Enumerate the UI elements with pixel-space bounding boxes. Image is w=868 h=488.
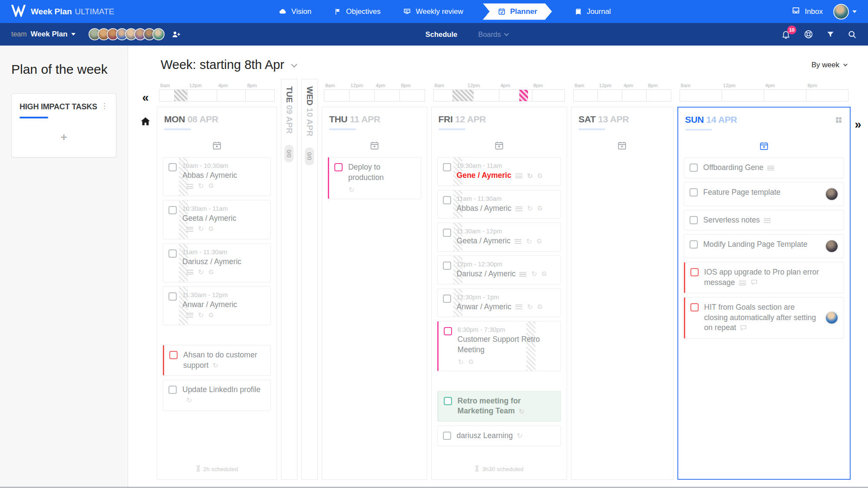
kebab-menu-icon[interactable]: ⋮: [101, 102, 108, 110]
collapsed-day-label: TUE 09 APR: [284, 86, 294, 134]
notifications-button[interactable]: 10: [781, 29, 791, 39]
task-card[interactable]: IOS app upgrade to Pro plan error messag…: [684, 262, 844, 293]
sync-icon: ↻: [198, 311, 204, 320]
task-card[interactable]: 10:30am - 11amGeeta / Aymeric↻G: [163, 200, 271, 239]
task-checkbox[interactable]: [168, 249, 177, 258]
day-columns: 8am12pm4pm8pmMON 08 APR10am - 10:30amAbb…: [157, 79, 851, 480]
task-checkbox[interactable]: [168, 206, 177, 214]
filter-button[interactable]: [826, 30, 835, 39]
task-checkbox[interactable]: [443, 229, 451, 237]
nav-item-journal[interactable]: Journal: [574, 7, 611, 16]
help-button[interactable]: [804, 29, 813, 39]
nav-item-planner[interactable]: Planner: [483, 3, 552, 20]
timeline-grid[interactable]: [433, 89, 565, 102]
sidebar: Plan of the week HIGH IMPACT TASKS ⋮ +: [0, 46, 128, 487]
task-card[interactable]: Modify Landing Page Template: [684, 234, 844, 258]
task-card[interactable]: 12:30pm - 1pmAnwar / Aymeric↻G: [437, 288, 561, 318]
task-checkbox[interactable]: [443, 432, 451, 440]
task-checkbox[interactable]: [444, 397, 452, 405]
task-checkbox[interactable]: [443, 262, 451, 270]
scroll-right-button[interactable]: »: [855, 118, 861, 131]
team-member-avatar[interactable]: [152, 28, 165, 40]
add-high-impact-task-button[interactable]: +: [20, 131, 108, 144]
home-button[interactable]: [140, 116, 151, 127]
day-card-fri[interactable]: FRI 12 APR10:30am - 11amGene / Aymeric↻G…: [431, 107, 568, 480]
tab-boards[interactable]: Boards: [478, 30, 508, 39]
task-checkbox[interactable]: [690, 268, 699, 276]
week-title: Week: starting 8th Apr: [161, 58, 284, 72]
week-selector[interactable]: Week: starting 8th Apr: [161, 58, 296, 72]
timeline-grid[interactable]: [324, 89, 425, 102]
task-checkbox[interactable]: [690, 303, 699, 311]
day-card-sat[interactable]: SAT 13 APR: [571, 107, 673, 480]
notes-icon: [739, 281, 746, 285]
task-checkbox[interactable]: [690, 188, 698, 197]
inbox-button[interactable]: Inbox: [792, 6, 823, 17]
grid-view-icon[interactable]: [835, 116, 842, 124]
add-event-button[interactable]: [684, 141, 844, 151]
sync-icon: ↻: [531, 269, 537, 279]
team-selector[interactable]: team Week Plan: [11, 30, 76, 39]
task-card[interactable]: Retro meeting for Marketing Team↻: [437, 391, 561, 422]
collapsed-day-column-wed[interactable]: WED 10 APR0/0: [301, 79, 318, 480]
user-menu[interactable]: [833, 4, 857, 20]
task-checkbox[interactable]: [443, 295, 451, 303]
day-card-thu[interactable]: THU 11 APRDeploy to production↻: [322, 107, 427, 480]
task-card[interactable]: 10:30am - 11amGene / Aymeric↻G: [437, 157, 561, 186]
primary-nav: VisionObjectivesWeekly reviewPlannerJour…: [129, 0, 761, 23]
task-checkbox[interactable]: [168, 292, 177, 301]
task-card[interactable]: Update LinkedIn profile↻: [163, 380, 271, 410]
timeline-busy-block: [174, 90, 187, 101]
task-card[interactable]: 10am - 10:30amAbbas / Aymeric↻G: [163, 157, 271, 196]
timeline-grid[interactable]: [573, 89, 671, 102]
task-card[interactable]: dariusz Learning↻: [437, 426, 561, 446]
tab-schedule[interactable]: Schedule: [426, 30, 457, 39]
sync-icon: ↻: [526, 237, 532, 246]
task-card[interactable]: 11am - 11:30amAbbas / Aymeric↻G: [437, 190, 561, 219]
brand[interactable]: Week Plan ULTIMATE: [11, 5, 129, 19]
day-card-mon[interactable]: MON 08 APR10am - 10:30amAbbas / Aymeric↻…: [157, 107, 277, 480]
sync-icon: ↻: [527, 171, 533, 181]
task-card[interactable]: Deploy to production↻: [328, 157, 421, 199]
scheduled-total-label: 3h30 scheduled: [482, 466, 523, 472]
task-card[interactable]: 11:30am - 12pmGeeta / Aymeric↻G: [437, 223, 561, 252]
task-card[interactable]: 11:30am - 12pmAnwar / Aymeric↻G: [163, 286, 271, 325]
nav-item-objectives[interactable]: Objectives: [334, 7, 380, 16]
task-checkbox[interactable]: [690, 216, 698, 224]
task-checkbox[interactable]: [169, 351, 178, 359]
task-checkbox[interactable]: [690, 240, 698, 249]
team-bar: team Week Plan ScheduleBoards 10: [0, 23, 868, 46]
task-card[interactable]: Offboarding Gene: [684, 157, 844, 178]
add-event-button[interactable]: [163, 141, 271, 151]
task-checkbox[interactable]: [444, 327, 452, 335]
add-event-button[interactable]: [577, 141, 667, 151]
scroll-left-button[interactable]: «: [142, 92, 149, 104]
add-member-button[interactable]: [172, 30, 181, 39]
task-card[interactable]: 6:30pm - 7:30pmCustomer Support Retro Me…: [437, 321, 561, 371]
add-event-button[interactable]: [437, 141, 561, 151]
task-card[interactable]: Feature Page template: [684, 182, 844, 206]
add-event-button[interactable]: [328, 141, 421, 151]
timeline-grid[interactable]: [680, 89, 848, 102]
task-card[interactable]: HIT from Goals section are closing autom…: [684, 297, 844, 338]
task-checkbox[interactable]: [443, 163, 451, 171]
task-checkbox[interactable]: [168, 386, 177, 394]
nav-item-vision[interactable]: Vision: [279, 7, 311, 16]
task-checkbox[interactable]: [690, 164, 698, 172]
search-button[interactable]: [848, 30, 857, 39]
timeline-grid[interactable]: [159, 89, 275, 102]
task-card[interactable]: Serverless notes: [684, 210, 844, 231]
task-card[interactable]: Ahsan to do customer support↻: [163, 345, 271, 376]
day-card-sun[interactable]: SUN 14 APROffboarding GeneFeature Page t…: [677, 107, 851, 480]
task-checkbox[interactable]: [168, 163, 177, 171]
task-card[interactable]: 11am - 11:30amDariusz / Aymeric↻G: [163, 243, 271, 282]
day-name: SUN: [685, 115, 704, 124]
task-card[interactable]: 12pm - 12:30pmDariusz / Aymeric↻G: [437, 255, 561, 285]
card-accent-underline: [20, 117, 48, 118]
task-checkbox[interactable]: [443, 196, 451, 204]
nav-item-label: Vision: [291, 7, 311, 16]
nav-item-weekly-review[interactable]: Weekly review: [403, 7, 463, 16]
collapsed-day-column-tue[interactable]: TUE 09 APR0/0: [281, 79, 297, 480]
view-mode-selector[interactable]: By week: [812, 61, 846, 69]
task-checkbox[interactable]: [334, 163, 343, 171]
